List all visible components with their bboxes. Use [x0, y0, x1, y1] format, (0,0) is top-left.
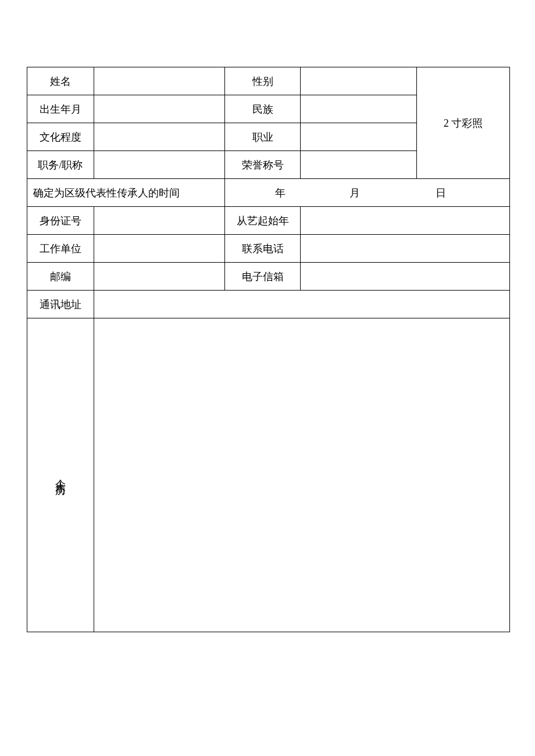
label-phone: 联系电话: [225, 235, 301, 263]
input-resume[interactable]: [94, 318, 510, 632]
row-workunit-phone: 工作单位 联系电话: [27, 235, 510, 263]
label-year: 年: [275, 186, 286, 200]
label-honor: 荣誉称号: [225, 151, 301, 179]
row-id-artstart: 身份证号 从艺起始年: [27, 207, 510, 235]
input-ethnicity[interactable]: [301, 95, 417, 123]
input-email[interactable]: [301, 263, 510, 291]
label-ethnicity: 民族: [225, 95, 301, 123]
form-table: 姓名 性别 2 寸彩照 出生年月 民族 文化程度 职业 职务/职称 荣誉称号 确…: [27, 67, 510, 632]
row-address: 通讯地址: [27, 291, 510, 318]
input-work-unit[interactable]: [94, 235, 225, 263]
photo-placeholder[interactable]: 2 寸彩照: [417, 67, 510, 179]
input-occupation[interactable]: [301, 123, 417, 151]
label-postcode: 邮编: [27, 263, 94, 291]
label-gender: 性别: [225, 67, 301, 95]
label-resume-text: 个人简历: [54, 471, 67, 480]
label-day: 日: [436, 186, 446, 200]
input-name[interactable]: [94, 67, 225, 95]
row-name-gender: 姓名 性别 2 寸彩照: [27, 67, 510, 95]
label-name: 姓名: [27, 67, 94, 95]
input-honor[interactable]: [301, 151, 417, 179]
input-education[interactable]: [94, 123, 225, 151]
row-district-time: 确定为区级代表性传承人的时间 年 月 日: [27, 179, 510, 207]
label-birth: 出生年月: [27, 95, 94, 123]
label-address: 通讯地址: [27, 291, 94, 318]
input-postcode[interactable]: [94, 263, 225, 291]
input-id-number[interactable]: [94, 207, 225, 235]
label-art-start: 从艺起始年: [225, 207, 301, 235]
input-gender[interactable]: [301, 67, 417, 95]
row-postcode-email: 邮编 电子信箱: [27, 263, 510, 291]
input-phone[interactable]: [301, 235, 510, 263]
input-address[interactable]: [94, 291, 510, 318]
input-birth[interactable]: [94, 95, 225, 123]
label-id-number: 身份证号: [27, 207, 94, 235]
label-work-unit: 工作单位: [27, 235, 94, 263]
label-position: 职务/职称: [27, 151, 94, 179]
label-district-time: 确定为区级代表性传承人的时间: [27, 179, 225, 207]
label-education: 文化程度: [27, 123, 94, 151]
label-month: 月: [349, 186, 360, 200]
label-occupation: 职业: [225, 123, 301, 151]
label-email: 电子信箱: [225, 263, 301, 291]
label-resume: 个人简历: [27, 318, 94, 632]
input-position[interactable]: [94, 151, 225, 179]
input-art-start[interactable]: [301, 207, 510, 235]
row-resume: 个人简历: [27, 318, 510, 632]
input-district-date[interactable]: 年 月 日: [225, 179, 510, 207]
